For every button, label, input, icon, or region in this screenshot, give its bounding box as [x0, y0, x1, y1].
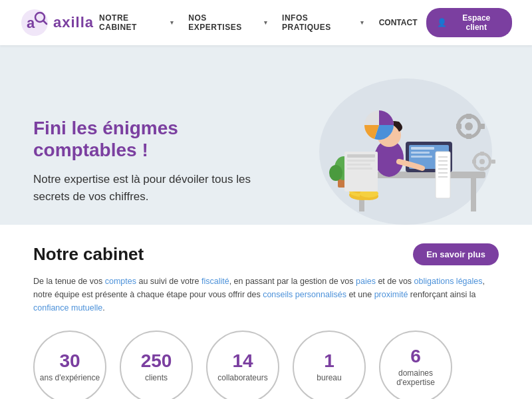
fiscalite-link[interactable]: fiscalité [201, 277, 229, 286]
logo-text: axilla [53, 14, 94, 31]
svg-rect-26 [466, 134, 471, 139]
logo-icon: a [20, 8, 49, 37]
paies-link[interactable]: paies [356, 277, 376, 286]
hero-illustration [273, 65, 499, 225]
svg-rect-15 [436, 152, 450, 198]
conseils-link[interactable]: conseils personnalisés [263, 290, 346, 299]
stat-label-bureau: bureau [317, 373, 341, 382]
espace-client-button[interactable]: 👤 Espace client [426, 8, 512, 37]
svg-point-30 [479, 159, 485, 164]
svg-rect-10 [411, 147, 434, 150]
stat-bureau: 1 bureau [293, 331, 366, 399]
user-icon: 👤 [437, 18, 447, 27]
chevron-down-icon: ▾ [264, 19, 268, 26]
hero-text-block: Fini les énigmes comptables ! Notre expe… [33, 117, 273, 225]
stat-clients: 250 clients [120, 331, 193, 399]
svg-text:a: a [27, 15, 35, 31]
stat-number-domaines: 6 [410, 347, 421, 366]
en-savoir-plus-button[interactable]: En savoir plus [413, 243, 499, 265]
comptes-link[interactable]: comptes [105, 277, 136, 286]
nav-infos-pratiques[interactable]: INFOS PRATIQUES ▾ [277, 9, 370, 36]
svg-rect-33 [472, 160, 476, 164]
svg-rect-48 [347, 164, 370, 166]
logo[interactable]: a axilla [20, 8, 94, 37]
cabinet-description: De la tenue de vos comptes au suivi de v… [33, 275, 485, 315]
svg-rect-32 [480, 167, 484, 171]
site-header: a axilla NOTRE CABINET ▾ NOS EXPERTISES … [0, 0, 532, 45]
stat-label-collaborateurs: collaborateurs [217, 373, 267, 382]
cabinet-title: Notre cabinet [33, 244, 144, 265]
stats-row: 30 ans d'expérience 250 clients 14 colla… [33, 331, 499, 399]
stat-number-collaborateurs: 14 [232, 352, 253, 370]
cabinet-section: Notre cabinet En savoir plus De la tenue… [0, 225, 532, 399]
proximite-link[interactable]: proximité [374, 290, 408, 299]
nav-contact[interactable]: CONTACT [374, 14, 423, 31]
svg-rect-31 [480, 152, 484, 156]
stat-domaines: 6 domaines d'expertise [379, 331, 452, 399]
svg-rect-49 [347, 168, 372, 170]
cabinet-header: Notre cabinet En savoir plus [33, 243, 499, 265]
svg-rect-47 [347, 160, 375, 162]
svg-rect-34 [491, 160, 495, 164]
stat-experience: 30 ans d'expérience [33, 331, 106, 399]
obligations-link[interactable]: obligations légales [414, 277, 483, 286]
stat-label-experience: ans d'expérience [40, 373, 100, 382]
chevron-down-icon: ▾ [170, 19, 174, 26]
stat-number-experience: 30 [59, 352, 80, 370]
illustration-svg [273, 65, 499, 225]
hero-subtitle: Notre expertise est là pour dévoiler tou… [33, 171, 273, 205]
stat-collaborateurs: 14 collaborateurs [206, 331, 279, 399]
svg-rect-7 [471, 178, 476, 211]
svg-rect-11 [411, 152, 430, 154]
svg-rect-46 [347, 154, 375, 158]
stat-label-clients: clients [145, 373, 168, 382]
hero-title: Fini les énigmes comptables ! [33, 117, 273, 162]
svg-rect-12 [411, 156, 432, 158]
svg-rect-25 [466, 114, 471, 119]
svg-point-24 [465, 122, 473, 130]
svg-rect-27 [456, 124, 462, 129]
nav-notre-cabinet[interactable]: NOTRE CABINET ▾ [94, 9, 179, 36]
stat-number-clients: 250 [141, 352, 172, 370]
chevron-down-icon: ▾ [360, 19, 364, 26]
svg-point-37 [329, 165, 342, 181]
svg-rect-28 [479, 124, 485, 129]
confiance-link[interactable]: confiance mutuelle [33, 303, 102, 313]
stat-label-domaines: domaines d'expertise [380, 368, 451, 388]
nav-nos-expertises[interactable]: NOS EXPERTISES ▾ [183, 9, 273, 36]
hero-section: Fini les énigmes comptables ! Notre expe… [0, 45, 532, 225]
main-nav: NOTRE CABINET ▾ NOS EXPERTISES ▾ INFOS P… [94, 8, 512, 37]
stat-number-bureau: 1 [324, 352, 334, 370]
